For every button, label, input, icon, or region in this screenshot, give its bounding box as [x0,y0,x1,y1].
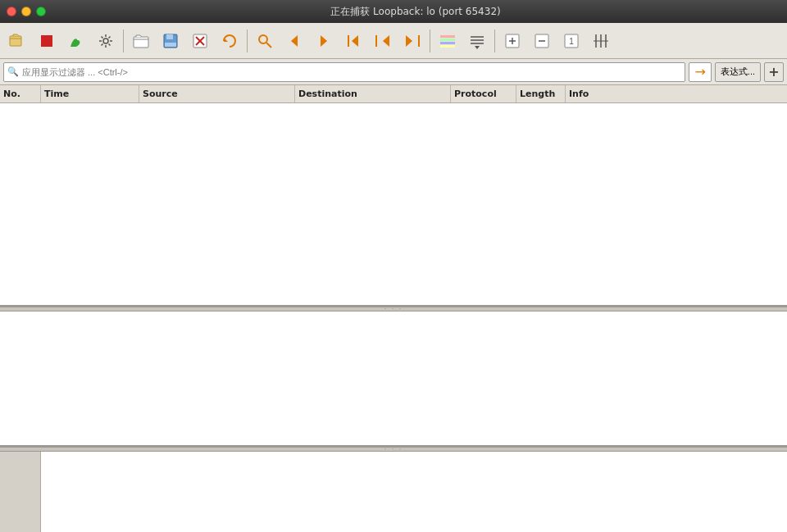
svg-rect-25 [440,45,455,48]
window-title: 正在捕获 Loopback: lo (port 65432) [51,5,780,19]
packet-list-header: No. Time Source Destination Protocol Len… [0,85,787,103]
svg-marker-11 [224,38,228,42]
close-window-button[interactable] [7,7,16,16]
column-header-protocol[interactable]: Protocol [451,85,516,102]
go-prev-button[interactable] [369,27,397,55]
open-button[interactable] [127,27,155,55]
close-file-button[interactable] [186,27,214,55]
svg-rect-4 [134,37,148,48]
svg-marker-15 [321,35,327,47]
maximize-window-button[interactable] [36,7,46,16]
filter-apply-button[interactable]: → [689,62,711,82]
svg-point-3 [103,39,108,43]
svg-rect-0 [10,36,21,46]
go-next-button[interactable] [398,27,426,55]
restart-capture-button[interactable] [62,27,90,55]
toolbar-separator-3 [430,30,430,52]
svg-rect-1 [41,35,52,47]
toolbar-separator-4 [494,30,495,52]
svg-rect-24 [440,42,455,44]
open-file-button[interactable] [3,27,31,55]
column-header-time[interactable]: Time [41,85,139,102]
resize-dots-1: · · · [384,306,403,313]
svg-point-2 [77,39,79,40]
capture-options-button[interactable] [92,27,120,55]
column-header-length[interactable]: Length [516,85,566,102]
prev-packet-button[interactable] [280,27,308,55]
find-button[interactable] [251,27,279,55]
svg-marker-14 [291,35,298,47]
save-button[interactable] [157,27,184,55]
svg-rect-23 [440,39,455,41]
next-packet-button[interactable] [310,27,338,55]
packet-list-body[interactable] [0,103,787,305]
svg-marker-18 [383,35,389,47]
zoom-in-button[interactable] [498,27,526,55]
svg-marker-29 [475,46,480,49]
svg-rect-6 [166,34,173,39]
arrow-right-icon: → [694,64,705,80]
filter-input[interactable] [22,67,681,77]
byte-view-content[interactable] [41,452,787,532]
zoom-out-button[interactable] [528,27,556,55]
stop-capture-button[interactable] [33,27,61,55]
packet-list-panel: No. Time Source Destination Protocol Len… [0,85,787,307]
column-header-source[interactable]: Source [139,85,295,102]
byte-view-panel [0,452,787,532]
expression-button[interactable]: 表达式... [715,62,761,82]
go-first-button[interactable] [339,27,367,55]
filter-icon: 🔍 [7,66,19,77]
svg-marker-17 [352,35,358,47]
svg-text:1: 1 [569,37,574,46]
autoscroll-button[interactable] [463,27,491,55]
reload-button[interactable] [216,27,243,55]
filter-input-wrap[interactable]: 🔍 [3,62,685,82]
minimize-window-button[interactable] [21,7,31,16]
colorize-button[interactable] [434,27,462,55]
byte-view-sidebar [0,452,41,532]
add-filter-button[interactable]: + [764,62,784,82]
svg-point-12 [259,35,267,43]
column-header-no[interactable]: No. [0,85,41,102]
toolbar-separator-2 [247,30,248,52]
svg-line-13 [266,43,271,48]
column-header-info[interactable]: Info [566,85,787,102]
column-header-destination[interactable]: Destination [295,85,451,102]
svg-marker-20 [406,35,412,47]
svg-rect-7 [165,43,176,47]
filterbar: 🔍 → 表达式... + [0,59,787,85]
toolbar-separator-1 [123,30,124,52]
titlebar: 正在捕获 Loopback: lo (port 65432) [0,0,787,23]
resize-columns-button[interactable] [587,27,615,55]
packet-detail-panel[interactable] [0,311,787,447]
normal-size-button[interactable]: 1 [557,27,585,55]
svg-rect-22 [440,35,455,38]
toolbar: 1 [0,23,787,59]
